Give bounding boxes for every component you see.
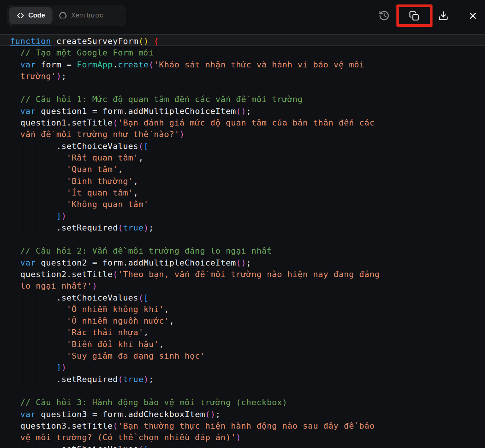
code-line: .setChoiceValues([ [10, 443, 485, 448]
annotation-highlight-box [396, 4, 433, 27]
code-line: 'Quan tâm', [10, 163, 485, 175]
code-line: function createSurveyForm() { [10, 35, 485, 47]
code-line: .setRequired(true); [10, 222, 485, 233]
tab-preview[interactable]: Xem trước [53, 7, 108, 24]
spinner-icon [58, 11, 67, 20]
code-line: question1.setTitle('Bạn đánh giá mức độ … [10, 117, 485, 128]
code-editor[interactable]: function createSurveyForm() { // Tạo một… [10, 35, 485, 448]
code-line: 'Ít quan tâm', [10, 187, 485, 198]
code-line: question2.setTitle('Theo bạn, vấn đề môi… [10, 269, 485, 280]
code-line: 'Rác thải nhựa', [10, 327, 485, 338]
code-line: 'Biến đổi khí hậu', [10, 339, 485, 350]
code-line: vệ môi trường? (Có thể chọn nhiều đáp án… [10, 432, 485, 443]
code-line: trường'); [10, 70, 485, 82]
tab-code[interactable]: Code [9, 7, 52, 24]
close-icon [468, 11, 478, 21]
code-panel: function createSurveyForm() { // Tạo một… [0, 0, 485, 448]
download-button[interactable] [437, 9, 450, 22]
code-line: // Câu hỏi 2: Vấn đề môi trường đáng lo … [10, 245, 485, 257]
code-line: 'Rất quan tâm', [10, 152, 485, 163]
code-line: // Câu hỏi 1: Mức độ quan tâm đến các vấ… [10, 93, 485, 105]
code-line: .setRequired(true); [10, 374, 485, 385]
tab-preview-label: Xem trước [71, 12, 103, 19]
code-line: vấn đề môi trường như thế nào?') [10, 128, 485, 140]
download-icon [438, 10, 449, 21]
code-line [10, 82, 485, 93]
code-line: var question1 = form.addMultipleChoiceIt… [10, 105, 485, 117]
code-line: 'Ô nhiễm không khí', [10, 304, 485, 315]
close-button[interactable] [466, 9, 479, 22]
code-line: ]) [10, 362, 485, 373]
history-button[interactable] [377, 9, 391, 22]
code-line: // Tạo một Google Form mới [10, 47, 485, 58]
code-line [10, 385, 485, 397]
code-line [10, 233, 485, 245]
tab-switcher: Code Xem trước [7, 5, 126, 26]
code-line: // Câu hỏi 3: Hành động bảo vệ môi trườn… [10, 397, 485, 408]
code-line: .setChoiceValues([ [10, 292, 485, 304]
code-line: var question3 = form.addCheckboxItem(); [10, 409, 485, 420]
code-line: ]) [10, 210, 485, 222]
tab-code-label: Code [28, 12, 45, 19]
code-line: var question2 = form.addMultipleChoiceIt… [10, 257, 485, 269]
code-line: 'Suy giảm đa dạng sinh học' [10, 350, 485, 362]
code-line: var form = FormApp.create('Khảo sát nhận… [10, 59, 485, 70]
code-line: lo ngại nhất?') [10, 280, 485, 292]
code-line: 'Không quan tâm' [10, 198, 485, 210]
code-line: 'Ô nhiễm nguồn nước', [10, 315, 485, 327]
code-line: 'Bình thường', [10, 175, 485, 187]
code-icon [16, 12, 25, 20]
code-line: .setChoiceValues([ [10, 140, 485, 152]
history-icon [379, 10, 390, 21]
code-line: question3.setTitle('Bạn thường thực hiện… [10, 420, 485, 432]
